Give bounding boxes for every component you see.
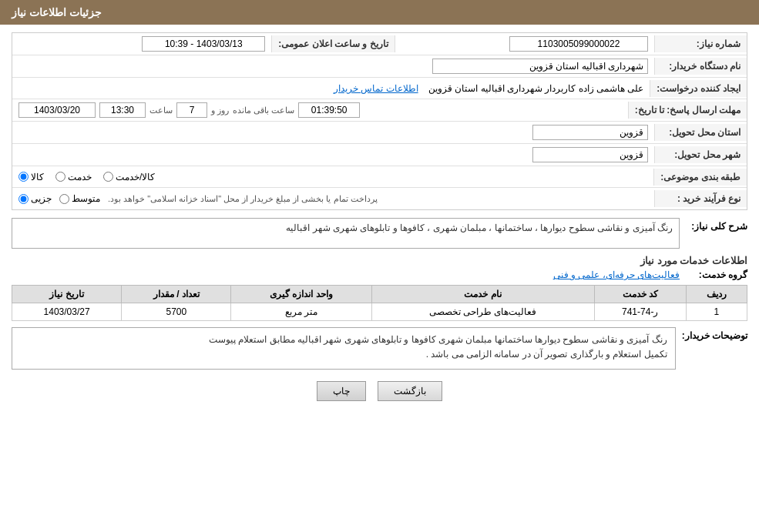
radio-minor-input[interactable] [18,194,29,204]
service-group-value[interactable]: فعالیت‌های حرفه‌ای، علمی و فنی [553,269,680,280]
city-value [12,144,654,166]
row-reply-deadline: مهلت ارسال پاسخ: تا تاریخ: ساعت باقی مان… [12,99,747,122]
category-radio-khedmat[interactable]: خدمت [55,172,92,182]
buyer-org-input[interactable] [432,59,648,74]
service-group-label: گروه خدمت: [686,269,747,280]
row-buyer-org: نام دستگاه خریدار: [12,55,747,78]
process-label: نوع فرآیند خرید : [654,190,747,207]
print-button[interactable]: چاپ [317,381,366,401]
radio-kala-khedmat-input[interactable] [103,172,113,182]
reply-date-input[interactable] [18,102,96,118]
need-number-input[interactable] [509,36,648,52]
process-value: پرداخت تمام یا بخشی از مبلغ خریدار از مح… [12,190,654,207]
reply-days-input[interactable] [176,102,207,118]
col-row: ردیف [686,286,747,303]
remaining-label: ساعت باقی مانده [233,105,294,115]
category-radio-kala-khedmat[interactable]: کالا/خدمت [103,172,155,182]
services-table: ردیف کد خدمت نام خدمت واحد اندازه گیری ت… [12,285,747,321]
buyer-desc-box: رنگ آمیزی و نقاشی سطوح دیوارها ساختمانها… [12,327,676,370]
col-qty: تعداد / مقدار [122,286,231,303]
buyer-org-value [12,55,654,77]
content-area: شماره نیاز: تاریخ و ساعت اعلان عمومی: نا… [0,25,759,420]
announce-date-value [12,33,271,55]
cell-unit: متر مربع [231,303,371,321]
buyer-org-label: نام دستگاه خریدار: [654,58,747,75]
page-title: جزئیات اطلاعات نیاز [12,6,102,18]
cell-code: ر-74-741 [594,303,686,321]
radio-kala-label: کالا [31,172,44,182]
radio-khedmat-input[interactable] [55,172,65,182]
col-code: کد خدمت [594,286,686,303]
services-section-title: اطلاعات خدمات مورد نیاز [12,255,747,266]
page-container: جزئیات اطلاعات نیاز شماره نیاز: تاریخ و … [0,0,759,532]
category-label: طبقه بندی موضوعی: [653,169,747,186]
back-button[interactable]: بازگشت [378,381,442,401]
table-row: 1ر-74-741فعالیت‌های طراحی تخصصیمتر مربع5… [12,303,747,321]
col-date: تاریخ نیاز [12,286,122,303]
city-label: شهر محل تحویل: [654,146,747,163]
row-need-number: شماره نیاز: تاریخ و ساعت اعلان عمومی: [12,33,747,55]
process-note: پرداخت تمام یا بخشی از مبلغ خریدار از مح… [108,194,378,204]
service-group-row: گروه خدمت: فعالیت‌های حرفه‌ای، علمی و فن… [12,269,747,280]
need-desc-section: شرح کلی نیاز: رنگ آمیزی و نقاشی سطوح دیو… [12,218,747,249]
process-radio-medium[interactable]: متوسط [59,193,100,204]
row-category: طبقه بندی موضوعی: کالا/خدمت خدمت کالا [12,166,747,188]
contact-link[interactable]: اطلاعات تماس خریدار [334,83,418,94]
creator-label: ایجاد کننده درخواست: [650,80,747,97]
main-form: شماره نیاز: تاریخ و ساعت اعلان عمومی: نا… [12,32,747,210]
buyer-desc-line1: رنگ آمیزی و نقاشی سطوح دیوارها ساختمانها… [20,333,667,347]
days-label: روز و [211,105,229,115]
province-input[interactable] [532,125,648,140]
radio-minor-label: جزیی [31,193,52,204]
cell-name: فعالیت‌های طراحی تخصصی [371,303,594,321]
buyer-desc-section: توضیحات خریدار: رنگ آمیزی و نقاشی سطوح د… [12,327,747,370]
creator-text: علی هاشمی زاده کاربردار شهرداری اقبالیه … [428,83,643,94]
buyer-desc-line2: تکمیل استعلام و بارگذاری تصویر آن در سام… [20,347,667,362]
row-process: نوع فرآیند خرید : پرداخت تمام یا بخشی از… [12,188,747,209]
province-label: استان محل تحویل: [654,124,747,141]
reply-deadline-value: ساعت باقی مانده روز و ساعت [12,99,628,121]
need-number-value [395,33,654,55]
cell-row: 1 [686,303,747,321]
city-input[interactable] [532,147,648,162]
announce-date-label: تاریخ و ساعت اعلان عمومی: [271,35,395,52]
radio-khedmat-label: خدمت [68,172,92,182]
cell-date: 1403/03/27 [12,303,122,321]
cell-quantity: 5700 [122,303,231,321]
need-number-label: شماره نیاز: [654,35,747,52]
col-name: نام خدمت [371,286,594,303]
category-radios: کالا/خدمت خدمت کالا [12,169,653,186]
col-unit: واحد اندازه گیری [231,286,371,303]
need-desc-container: رنگ آمیزی و نقاشی سطوح دیوارها ، ساختمان… [12,218,680,249]
button-row: بازگشت چاپ [12,381,747,401]
reply-remaining-input[interactable] [298,102,360,118]
row-creator: ایجاد کننده درخواست: علی هاشمی زاده کارب… [12,78,747,99]
row-province: استان محل تحویل: [12,122,747,144]
radio-medium-input[interactable] [59,194,69,204]
need-desc-label: شرح کلی نیاز: [686,218,747,235]
row-city: شهر محل تحویل: [12,144,747,166]
radio-kala-input[interactable] [18,172,29,182]
time-label: ساعت [149,105,173,115]
need-desc-box: رنگ آمیزی و نقاشی سطوح دیوارها ، ساختمان… [12,218,680,249]
creator-value: علی هاشمی زاده کاربردار شهرداری اقبالیه … [12,80,650,97]
province-value [12,122,654,143]
radio-medium-label: متوسط [72,193,100,204]
category-radio-kala[interactable]: کالا [18,172,44,182]
reply-time-input[interactable] [99,102,146,118]
reply-deadline-label: مهلت ارسال پاسخ: تا تاریخ: [628,102,747,119]
radio-kala-khedmat-label: کالا/خدمت [116,172,155,182]
announce-date-input[interactable] [142,36,265,52]
buyer-desc-container: رنگ آمیزی و نقاشی سطوح دیوارها ساختمانها… [12,327,676,370]
buyer-desc-label: توضیحات خریدار: [682,327,747,344]
table-header-row: ردیف کد خدمت نام خدمت واحد اندازه گیری ت… [12,286,747,303]
process-radio-minor[interactable]: جزیی [18,193,52,204]
page-header: جزئیات اطلاعات نیاز [0,0,759,25]
